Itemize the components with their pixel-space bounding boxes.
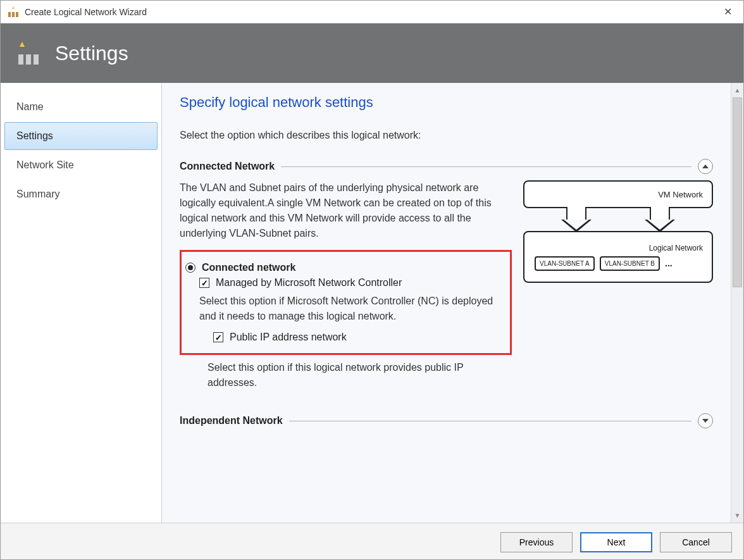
sidebar-item-network-site[interactable]: Network Site: [4, 151, 158, 179]
section-body-connected: The VLAN and Subnet pairs of the underly…: [180, 180, 713, 398]
diagram-ellipsis: ...: [665, 258, 673, 268]
main-area: Name Settings Network Site Summary Speci…: [1, 83, 743, 523]
expand-button-independent[interactable]: [698, 413, 713, 428]
managed-helper-text: Select this option if Microsoft Network …: [185, 294, 506, 324]
previous-button[interactable]: Previous: [500, 532, 573, 552]
publicip-helper-text: Select this option if this logical netwo…: [180, 360, 512, 390]
section-header-independent: Independent Network: [180, 413, 713, 428]
scroll-thumb[interactable]: [733, 97, 742, 287]
arrow-down-icon: [645, 207, 675, 233]
diagram-arrows: [535, 207, 702, 233]
section-connected: Connected Network The VLAN and Subnet pa…: [180, 159, 713, 398]
sidebar-item-label: Network Site: [16, 159, 74, 170]
radio-label: Connected network: [202, 262, 295, 273]
collapse-button-connected[interactable]: [698, 159, 713, 174]
wizard-icon: [7, 6, 20, 18]
titlebar: Create Logical Network Wizard ✕: [1, 1, 743, 23]
section-header-connected: Connected Network: [180, 159, 713, 174]
sidebar-item-name[interactable]: Name: [4, 93, 158, 121]
banner: Settings: [1, 23, 743, 83]
next-button[interactable]: Next: [580, 532, 652, 552]
chevron-down-icon: [702, 419, 709, 423]
checkbox-managed-by-nc[interactable]: Managed by Microsoft Network Controller: [185, 277, 506, 289]
close-button[interactable]: ✕: [719, 3, 737, 20]
radio-connected-network[interactable]: Connected network: [185, 262, 506, 273]
scroll-up-icon[interactable]: ▲: [735, 83, 741, 97]
sidebar-item-summary[interactable]: Summary: [4, 180, 158, 208]
section-title: Connected Network: [180, 161, 275, 172]
window-title: Create Logical Network Wizard: [25, 7, 719, 17]
svg-rect-6: [34, 54, 39, 65]
footer: Previous Next Cancel: [1, 523, 743, 560]
diagram-logical-network-box: Logical Network VLAN-SUBNET A VLAN-SUBNE…: [523, 231, 713, 283]
scroll-track[interactable]: [731, 97, 743, 508]
section-independent: Independent Network: [180, 413, 713, 428]
content: Specify logical network settings Select …: [162, 83, 731, 523]
sidebar-item-label: Name: [16, 101, 44, 112]
diagram-vm-network-box: VM Network: [523, 180, 713, 208]
banner-title: Settings: [55, 42, 128, 65]
section-text-column: The VLAN and Subnet pairs of the underly…: [180, 180, 512, 398]
content-wrap: Specify logical network settings Select …: [162, 83, 743, 523]
radio-icon: [185, 263, 195, 273]
chevron-up-icon: [702, 165, 709, 168]
checkbox-label: Managed by Microsoft Network Controller: [216, 277, 402, 289]
instruction-text: Select the option which describes this l…: [180, 130, 713, 141]
sidebar: Name Settings Network Site Summary: [1, 83, 162, 523]
svg-rect-2: [16, 12, 18, 17]
checkbox-icon: [199, 278, 209, 288]
checkbox-public-ip[interactable]: Public IP address network: [185, 332, 506, 343]
section-title: Independent Network: [180, 415, 283, 426]
svg-rect-4: [18, 54, 23, 65]
network-diagram: VM Network: [523, 180, 713, 398]
svg-rect-5: [26, 54, 31, 65]
sidebar-item-settings[interactable]: Settings: [4, 122, 158, 150]
cancel-button[interactable]: Cancel: [660, 532, 732, 552]
sidebar-item-label: Settings: [16, 130, 53, 141]
diagram-subnet-a: VLAN-SUBNET A: [535, 256, 595, 271]
sidebar-item-label: Summary: [16, 189, 59, 199]
scroll-down-icon[interactable]: ▼: [735, 508, 741, 523]
page-heading: Specify logical network settings: [180, 94, 713, 111]
vertical-scrollbar[interactable]: ▲ ▼: [731, 83, 743, 523]
section-divider: [281, 166, 691, 167]
diagram-vm-network-label: VM Network: [658, 190, 703, 199]
svg-rect-1: [12, 12, 15, 17]
arrow-down-icon: [561, 207, 592, 233]
checkbox-icon: [213, 332, 223, 342]
section-description: The VLAN and Subnet pairs of the underly…: [180, 180, 512, 241]
svg-marker-3: [12, 6, 15, 9]
svg-marker-7: [20, 42, 25, 47]
diagram-subnet-b: VLAN-SUBNET B: [600, 256, 660, 271]
svg-rect-0: [8, 12, 11, 17]
highlighted-options: Connected network Managed by Microsoft N…: [180, 250, 512, 355]
checkbox-label: Public IP address network: [230, 332, 347, 343]
banner-icon: [16, 39, 44, 67]
diagram-subnets: VLAN-SUBNET A VLAN-SUBNET B ...: [531, 256, 705, 271]
section-divider: [289, 421, 691, 421]
diagram-logical-network-label: Logical Network: [531, 244, 705, 252]
